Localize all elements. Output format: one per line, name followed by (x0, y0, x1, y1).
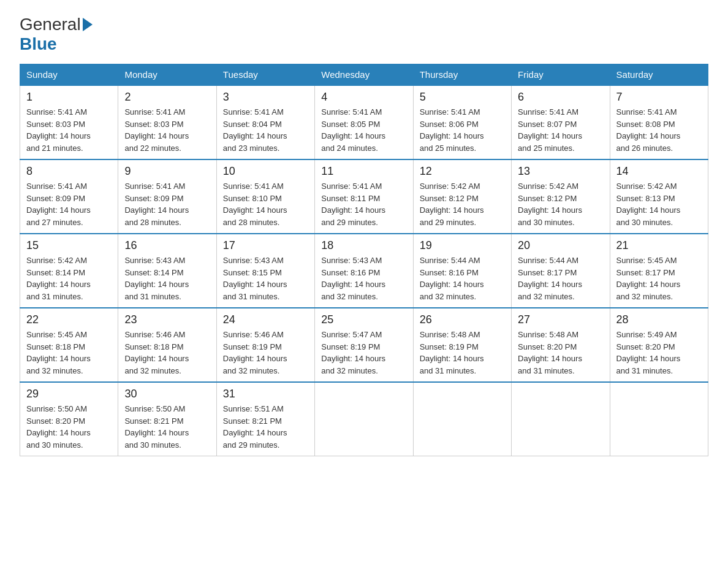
day-info: Sunrise: 5:42 AMSunset: 8:14 PMDaylight:… (26, 256, 91, 301)
day-number: 18 (321, 239, 406, 252)
calendar-day-cell: 6 Sunrise: 5:41 AMSunset: 8:07 PMDayligh… (512, 85, 610, 159)
day-info: Sunrise: 5:46 AMSunset: 8:18 PMDaylight:… (124, 330, 189, 375)
calendar-day-cell: 27 Sunrise: 5:48 AMSunset: 8:20 PMDaylig… (512, 308, 610, 382)
day-number: 4 (321, 91, 406, 104)
day-info: Sunrise: 5:41 AMSunset: 8:09 PMDaylight:… (26, 182, 91, 227)
day-info: Sunrise: 5:41 AMSunset: 8:06 PMDaylight:… (420, 107, 484, 153)
calendar-empty-cell (315, 382, 413, 456)
day-number: 6 (518, 91, 603, 104)
day-number: 10 (223, 165, 308, 178)
day-info: Sunrise: 5:49 AMSunset: 8:20 PMDaylight:… (616, 330, 681, 375)
calendar-day-cell: 25 Sunrise: 5:47 AMSunset: 8:19 PMDaylig… (315, 308, 413, 382)
day-info: Sunrise: 5:48 AMSunset: 8:20 PMDaylight:… (518, 330, 582, 375)
day-info: Sunrise: 5:51 AMSunset: 8:21 PMDaylight:… (223, 404, 287, 450)
day-info: Sunrise: 5:45 AMSunset: 8:17 PMDaylight:… (616, 256, 681, 301)
day-info: Sunrise: 5:45 AMSunset: 8:18 PMDaylight:… (26, 330, 91, 375)
day-info: Sunrise: 5:42 AMSunset: 8:13 PMDaylight:… (616, 182, 681, 227)
day-number: 15 (26, 239, 112, 252)
day-number: 8 (26, 165, 112, 178)
calendar-day-cell: 9 Sunrise: 5:41 AMSunset: 8:09 PMDayligh… (118, 159, 216, 234)
calendar-empty-cell (413, 382, 511, 456)
day-info: Sunrise: 5:47 AMSunset: 8:19 PMDaylight:… (321, 330, 385, 375)
calendar-week-row: 22 Sunrise: 5:45 AMSunset: 8:18 PMDaylig… (20, 308, 708, 382)
day-number: 7 (616, 91, 702, 104)
day-number: 31 (223, 388, 308, 400)
calendar-week-row: 1 Sunrise: 5:41 AMSunset: 8:03 PMDayligh… (20, 85, 708, 159)
calendar-day-cell: 20 Sunrise: 5:44 AMSunset: 8:17 PMDaylig… (512, 234, 610, 308)
calendar-day-cell: 23 Sunrise: 5:46 AMSunset: 8:18 PMDaylig… (118, 308, 216, 382)
day-number: 30 (124, 388, 210, 400)
calendar-day-header-wednesday: Wednesday (315, 64, 413, 86)
day-number: 22 (26, 313, 112, 326)
day-number: 5 (420, 91, 505, 104)
day-info: Sunrise: 5:48 AMSunset: 8:19 PMDaylight:… (420, 330, 484, 375)
day-info: Sunrise: 5:41 AMSunset: 8:04 PMDaylight:… (223, 107, 287, 153)
day-info: Sunrise: 5:43 AMSunset: 8:14 PMDaylight:… (124, 256, 189, 301)
calendar-day-cell: 7 Sunrise: 5:41 AMSunset: 8:08 PMDayligh… (610, 85, 708, 159)
day-number: 16 (124, 239, 210, 252)
day-number: 14 (616, 165, 702, 178)
calendar-day-header-friday: Friday (512, 64, 610, 86)
calendar-day-header-saturday: Saturday (610, 64, 708, 86)
calendar-day-cell: 4 Sunrise: 5:41 AMSunset: 8:05 PMDayligh… (315, 85, 413, 159)
day-info: Sunrise: 5:41 AMSunset: 8:09 PMDaylight:… (124, 182, 189, 227)
day-number: 25 (321, 313, 406, 326)
calendar-day-cell: 18 Sunrise: 5:43 AMSunset: 8:16 PMDaylig… (315, 234, 413, 308)
calendar-day-cell: 22 Sunrise: 5:45 AMSunset: 8:18 PMDaylig… (20, 308, 118, 382)
calendar-week-row: 15 Sunrise: 5:42 AMSunset: 8:14 PMDaylig… (20, 234, 708, 308)
calendar-day-cell: 19 Sunrise: 5:44 AMSunset: 8:16 PMDaylig… (413, 234, 511, 308)
day-info: Sunrise: 5:42 AMSunset: 8:12 PMDaylight:… (518, 182, 582, 227)
calendar-day-cell: 24 Sunrise: 5:46 AMSunset: 8:19 PMDaylig… (216, 308, 314, 382)
calendar-day-cell: 3 Sunrise: 5:41 AMSunset: 8:04 PMDayligh… (216, 85, 314, 159)
calendar-week-row: 29 Sunrise: 5:50 AMSunset: 8:20 PMDaylig… (20, 382, 708, 456)
day-info: Sunrise: 5:41 AMSunset: 8:10 PMDaylight:… (223, 182, 287, 227)
calendar-day-cell: 17 Sunrise: 5:43 AMSunset: 8:15 PMDaylig… (216, 234, 314, 308)
day-number: 1 (26, 91, 112, 104)
calendar-empty-cell (512, 382, 610, 456)
day-number: 27 (518, 313, 603, 326)
day-number: 9 (124, 165, 210, 178)
calendar-day-header-thursday: Thursday (413, 64, 511, 86)
day-info: Sunrise: 5:41 AMSunset: 8:11 PMDaylight:… (321, 182, 385, 227)
day-info: Sunrise: 5:50 AMSunset: 8:21 PMDaylight:… (124, 404, 189, 450)
day-number: 19 (420, 239, 505, 252)
day-number: 11 (321, 165, 406, 178)
calendar-day-cell: 8 Sunrise: 5:41 AMSunset: 8:09 PMDayligh… (20, 159, 118, 234)
calendar-day-cell: 13 Sunrise: 5:42 AMSunset: 8:12 PMDaylig… (512, 159, 610, 234)
day-number: 2 (124, 91, 210, 104)
day-info: Sunrise: 5:43 AMSunset: 8:15 PMDaylight:… (223, 256, 287, 301)
day-info: Sunrise: 5:50 AMSunset: 8:20 PMDaylight:… (26, 404, 91, 450)
calendar-table: SundayMondayTuesdayWednesdayThursdayFrid… (20, 64, 708, 456)
day-number: 3 (223, 91, 308, 104)
calendar-day-cell: 2 Sunrise: 5:41 AMSunset: 8:03 PMDayligh… (118, 85, 216, 159)
day-info: Sunrise: 5:44 AMSunset: 8:16 PMDaylight:… (420, 256, 484, 301)
day-info: Sunrise: 5:44 AMSunset: 8:17 PMDaylight:… (518, 256, 582, 301)
calendar-day-cell: 28 Sunrise: 5:49 AMSunset: 8:20 PMDaylig… (610, 308, 708, 382)
day-info: Sunrise: 5:43 AMSunset: 8:16 PMDaylight:… (321, 256, 385, 301)
calendar-day-header-sunday: Sunday (20, 64, 118, 86)
calendar-day-cell: 30 Sunrise: 5:50 AMSunset: 8:21 PMDaylig… (118, 382, 216, 456)
day-number: 17 (223, 239, 308, 252)
calendar-day-cell: 14 Sunrise: 5:42 AMSunset: 8:13 PMDaylig… (610, 159, 708, 234)
calendar-day-cell: 12 Sunrise: 5:42 AMSunset: 8:12 PMDaylig… (413, 159, 511, 234)
day-number: 29 (26, 388, 112, 400)
calendar-header-row: SundayMondayTuesdayWednesdayThursdayFrid… (20, 64, 708, 86)
calendar-day-cell: 31 Sunrise: 5:51 AMSunset: 8:21 PMDaylig… (216, 382, 314, 456)
calendar-day-cell: 16 Sunrise: 5:43 AMSunset: 8:14 PMDaylig… (118, 234, 216, 308)
day-number: 20 (518, 239, 603, 252)
day-info: Sunrise: 5:41 AMSunset: 8:05 PMDaylight:… (321, 107, 385, 153)
day-info: Sunrise: 5:46 AMSunset: 8:19 PMDaylight:… (223, 330, 287, 375)
day-number: 26 (420, 313, 505, 326)
day-info: Sunrise: 5:41 AMSunset: 8:07 PMDaylight:… (518, 107, 582, 153)
calendar-day-cell: 1 Sunrise: 5:41 AMSunset: 8:03 PMDayligh… (20, 85, 118, 159)
logo-arrow-icon (83, 18, 93, 31)
calendar-week-row: 8 Sunrise: 5:41 AMSunset: 8:09 PMDayligh… (20, 159, 708, 234)
day-number: 28 (616, 313, 702, 326)
day-number: 24 (223, 313, 308, 326)
calendar-day-cell: 21 Sunrise: 5:45 AMSunset: 8:17 PMDaylig… (610, 234, 708, 308)
calendar-day-cell: 11 Sunrise: 5:41 AMSunset: 8:11 PMDaylig… (315, 159, 413, 234)
day-number: 21 (616, 239, 702, 252)
calendar-day-cell: 5 Sunrise: 5:41 AMSunset: 8:06 PMDayligh… (413, 85, 511, 159)
logo: General Blue (20, 15, 93, 54)
day-info: Sunrise: 5:41 AMSunset: 8:03 PMDaylight:… (124, 107, 189, 153)
